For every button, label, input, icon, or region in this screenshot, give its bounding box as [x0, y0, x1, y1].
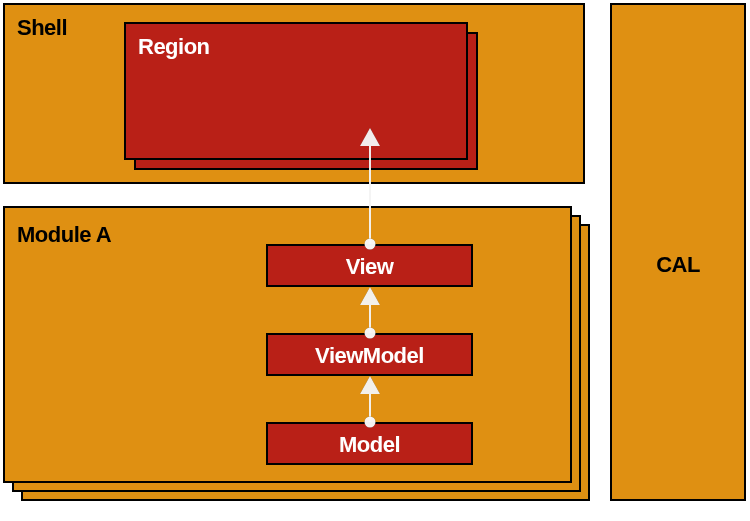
model-box: Model — [266, 422, 473, 465]
arrow-model-to-vm-origin — [365, 417, 376, 428]
arrow-vm-to-view-origin — [365, 328, 376, 339]
view-label: View — [346, 254, 394, 280]
region-label: Region — [138, 34, 210, 60]
cal-label: CAL — [656, 252, 700, 278]
module-label: Module A — [17, 222, 111, 248]
shell-label: Shell — [17, 15, 67, 41]
region-box: Region — [124, 22, 468, 160]
arrow-vm-to-view-head — [360, 287, 380, 305]
viewmodel-label: ViewModel — [315, 343, 424, 369]
arrow-view-to-region — [369, 146, 371, 244]
arrow-view-to-region-origin — [365, 239, 376, 250]
cal-box: CAL — [610, 3, 746, 501]
view-box: View — [266, 244, 473, 287]
viewmodel-box: ViewModel — [266, 333, 473, 376]
arrow-model-to-vm-head — [360, 376, 380, 394]
diagram-canvas: Shell Region Module A CAL View ViewModel… — [0, 0, 750, 521]
model-label: Model — [339, 432, 400, 458]
arrow-view-to-region-head — [360, 128, 380, 146]
